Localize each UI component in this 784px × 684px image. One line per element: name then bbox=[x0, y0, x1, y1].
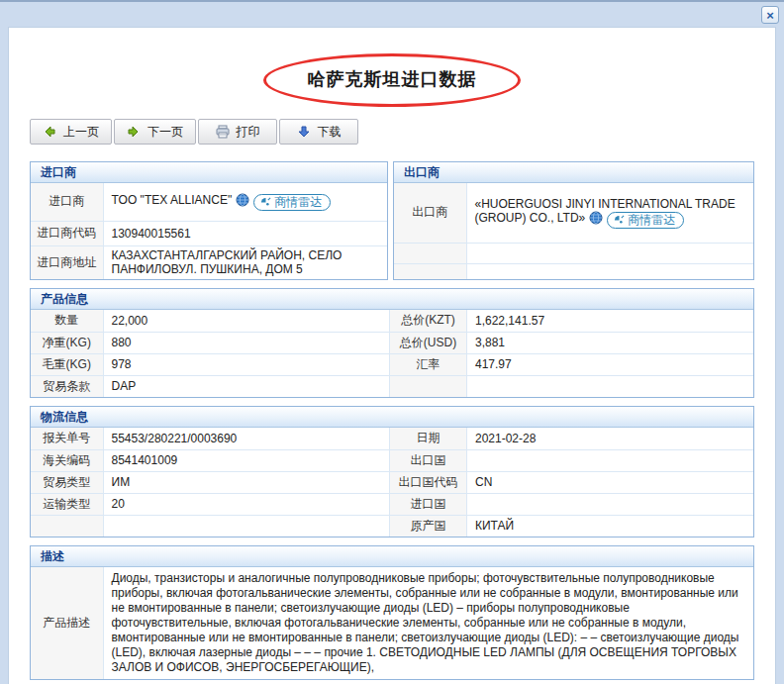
next-page-button[interactable]: 下一页 bbox=[114, 119, 196, 145]
table-row: 出口商 «HUOERGUOSI JINYI INTERNATIONAL TRAD… bbox=[394, 183, 753, 243]
business-radar-label: 商情雷达 bbox=[628, 212, 675, 229]
table-row: 海关编码 8541401009 出口国 bbox=[31, 449, 753, 471]
field-value: 55453/280221/0003690 bbox=[103, 428, 390, 449]
field-label: 原产国 bbox=[390, 515, 467, 537]
field-label: 贸易条款 bbox=[31, 375, 103, 397]
table-row: 运输类型 20 进口国 bbox=[31, 493, 753, 515]
exporter-section: 出口商 出口商 «HUOERGUOSI JINYI INTERNATIONAL … bbox=[393, 161, 754, 280]
download-button[interactable]: 下载 bbox=[279, 119, 358, 145]
field-value bbox=[467, 493, 754, 515]
field-label: 报关单号 bbox=[31, 428, 103, 449]
table-row: 毛重(KG) 978 汇率 417.97 bbox=[31, 353, 753, 375]
field-label: 出口国 bbox=[390, 449, 467, 471]
table-row: 贸易类型 ИМ 出口国代码 CN bbox=[31, 471, 753, 493]
field-label: 出口商 bbox=[394, 183, 466, 243]
table-row bbox=[394, 263, 753, 279]
table-row: 进口商 TOO "TEX ALLIANCE"商情雷达 bbox=[31, 183, 387, 221]
table-row: 净重(KG) 880 总价(USD) 3,881 bbox=[31, 332, 753, 353]
field-value: 3,881 bbox=[467, 332, 754, 353]
field-label: 日期 bbox=[390, 428, 467, 449]
field-label bbox=[394, 263, 466, 279]
logistics-info-header: 物流信息 bbox=[31, 407, 753, 428]
field-value: ИМ bbox=[103, 471, 390, 493]
field-value: КИТАЙ bbox=[467, 515, 754, 537]
prev-page-button[interactable]: 上一页 bbox=[30, 119, 112, 145]
globe-icon[interactable] bbox=[236, 193, 249, 207]
print-button[interactable]: 打印 bbox=[198, 119, 277, 145]
field-label: 运输类型 bbox=[31, 493, 103, 515]
page-title: 哈萨克斯坦进口数据 bbox=[9, 28, 775, 91]
field-value: 20 bbox=[103, 493, 390, 515]
field-value bbox=[467, 375, 754, 397]
business-radar-badge[interactable]: 商情雷达 bbox=[253, 194, 331, 211]
field-value: 1,622,141.57 bbox=[467, 310, 754, 332]
importer-name: TOO "TEX ALLIANCE" bbox=[112, 193, 233, 207]
field-label: 毛重(KG) bbox=[31, 353, 103, 375]
field-value: CN bbox=[467, 471, 754, 493]
toolbar: 上一页 下一页 打印 下载 bbox=[30, 119, 775, 145]
field-label: 数量 bbox=[31, 310, 103, 332]
arrow-down-icon bbox=[297, 125, 311, 139]
field-label bbox=[31, 515, 103, 537]
field-value: «HUOERGUOSI JINYI INTERNATIONAL TRADE (G… bbox=[466, 183, 753, 243]
field-value: 978 bbox=[103, 353, 390, 375]
table-row bbox=[394, 243, 753, 263]
exporter-name: «HUOERGUOSI JINYI INTERNATIONAL TRADE (G… bbox=[475, 197, 735, 225]
table-row: 产品描述 Диоды, транзисторы и аналогичные по… bbox=[31, 567, 753, 679]
product-info-table: 数量 22,000 总价(KZT) 1,622,141.57 净重(KG) 88… bbox=[31, 310, 753, 397]
field-label: 产品描述 bbox=[31, 567, 103, 679]
record-content: 进口商 进口商 TOO "TEX ALLIANCE"商情雷达 进口商代码 130… bbox=[30, 161, 754, 680]
field-value: КАЗАХСТАНТАЛГАРСКИЙ РАЙОН, СЕЛО ПАНФИЛОВ… bbox=[103, 245, 387, 279]
table-row: 贸易条款 DAP bbox=[31, 375, 753, 397]
field-value: 130940015561 bbox=[103, 221, 387, 245]
import-record-dialog: { "window": { "close_glyph": "×" }, "tit… bbox=[0, 0, 784, 684]
close-icon: × bbox=[766, 8, 774, 23]
field-label bbox=[394, 243, 466, 263]
close-button[interactable]: × bbox=[761, 6, 779, 24]
download-label: 下载 bbox=[318, 124, 342, 141]
business-radar-badge[interactable]: 商情雷达 bbox=[607, 212, 684, 229]
field-value: 22,000 bbox=[103, 310, 390, 332]
arrow-right-icon bbox=[127, 125, 141, 139]
field-label: 进口国 bbox=[390, 493, 467, 515]
exporter-table: 出口商 «HUOERGUOSI JINYI INTERNATIONAL TRAD… bbox=[394, 183, 753, 279]
description-section: 描述 产品描述 Диоды, транзисторы и аналогичные… bbox=[30, 545, 754, 680]
table-row: 进口商代码 130940015561 bbox=[31, 221, 387, 245]
dialog-panel: 哈萨克斯坦进口数据 上一页 下一页 打印 下载 进口商 进口商 bbox=[8, 27, 776, 684]
field-label: 总价(USD) bbox=[390, 332, 467, 353]
importer-section: 进口商 进口商 TOO "TEX ALLIANCE"商情雷达 进口商代码 130… bbox=[30, 161, 388, 280]
exporter-section-header: 出口商 bbox=[394, 162, 753, 183]
field-value: 2021-02-28 bbox=[467, 428, 754, 449]
next-page-label: 下一页 bbox=[147, 124, 183, 141]
parties-row: 进口商 进口商 TOO "TEX ALLIANCE"商情雷达 进口商代码 130… bbox=[30, 161, 754, 280]
prev-page-label: 上一页 bbox=[63, 124, 99, 141]
field-value bbox=[466, 263, 753, 279]
description-table: 产品描述 Диоды, транзисторы и аналогичные по… bbox=[31, 567, 753, 679]
field-label: 贸易类型 bbox=[31, 471, 103, 493]
field-label: 进口商 bbox=[31, 183, 103, 221]
field-label: 海关编码 bbox=[31, 449, 103, 471]
field-value: 880 bbox=[103, 332, 390, 353]
table-row: 数量 22,000 总价(KZT) 1,622,141.57 bbox=[31, 310, 753, 332]
field-value bbox=[103, 515, 390, 537]
field-label: 汇率 bbox=[390, 353, 467, 375]
field-value: 8541401009 bbox=[103, 449, 390, 471]
logistics-info-table: 报关单号 55453/280221/0003690 日期 2021-02-28 … bbox=[31, 428, 753, 537]
title-area: 哈萨克斯坦进口数据 bbox=[9, 28, 775, 119]
description-header: 描述 bbox=[31, 546, 753, 567]
table-row: 原产国 КИТАЙ bbox=[31, 515, 753, 537]
importer-section-header: 进口商 bbox=[31, 162, 387, 183]
field-value: TOO "TEX ALLIANCE"商情雷达 bbox=[103, 183, 387, 221]
field-label: 出口国代码 bbox=[390, 471, 467, 493]
product-info-header: 产品信息 bbox=[31, 289, 753, 310]
globe-icon[interactable] bbox=[589, 211, 603, 225]
field-value: DAP bbox=[103, 375, 390, 397]
field-label: 净重(KG) bbox=[31, 332, 103, 353]
logistics-info-section: 物流信息 报关单号 55453/280221/0003690 日期 2021-0… bbox=[30, 406, 754, 537]
field-label bbox=[390, 375, 467, 397]
table-row: 进口商地址 КАЗАХСТАНТАЛГАРСКИЙ РАЙОН, СЕЛО ПА… bbox=[31, 245, 387, 279]
radar-icon bbox=[614, 215, 625, 226]
product-info-section: 产品信息 数量 22,000 总价(KZT) 1,622,141.57 净重(K… bbox=[30, 288, 754, 398]
arrow-left-icon bbox=[43, 125, 56, 139]
field-label: 总价(KZT) bbox=[390, 310, 467, 332]
